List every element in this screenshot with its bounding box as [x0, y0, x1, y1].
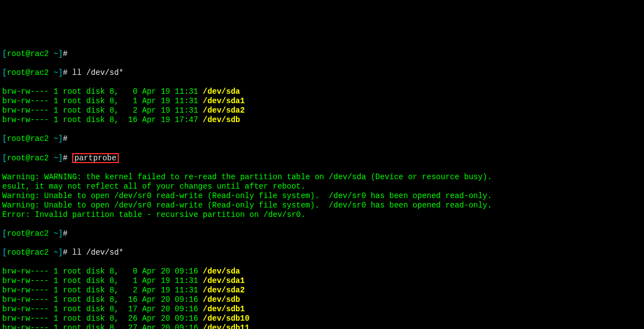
- prompt-close: ]: [58, 49, 63, 58]
- device-path: /dev/sda: [203, 267, 240, 276]
- prompt-hash: #: [63, 49, 72, 58]
- file-perms: brw-rw---- 1 root disk 8, 1 Apr 19 11:31: [2, 276, 203, 285]
- command-ll: ll /dev/sd*: [72, 68, 123, 77]
- device-path: /dev/sdb10: [203, 314, 249, 323]
- listing-row: brw-rw---- 1 root disk 8, 16 Apr 20 09:1…: [2, 295, 642, 305]
- device-path: /dev/sda1: [203, 276, 245, 285]
- command-ll: ll /dev/sd*: [72, 248, 123, 257]
- device-path: /dev/sda2: [203, 106, 245, 115]
- listing-row: brw-rw---- 1 root disk 8, 2 Apr 19 11:31…: [2, 286, 642, 295]
- prompt-line: [root@rac2 ~]#: [2, 134, 642, 144]
- warning-line: Warning: Unable to open /dev/sr0 read-wr…: [2, 201, 642, 210]
- listing-row: brw-rw---- 1 root disk 8, 1 Apr 19 11:31…: [2, 276, 642, 286]
- warning-line: esult, it may not reflect all of your ch…: [2, 182, 642, 191]
- device-path: /dev/sda1: [203, 97, 245, 105]
- terminal-output[interactable]: [root@rac2 ~]# [root@rac2 ~]# ll /dev/sd…: [2, 40, 642, 329]
- listing-row: brw-rw---- 1 root disk 8, 16 Apr 19 17:4…: [2, 115, 642, 125]
- device-path: /dev/sda2: [203, 286, 245, 295]
- warning-line: Error: Invalid partition table - recursi…: [2, 210, 642, 220]
- listing-row: brw-rw---- 1 root disk 8, 2 Apr 19 11:31…: [2, 106, 642, 115]
- prompt-line: [root@rac2 ~]# ll /dev/sd*: [2, 248, 642, 257]
- warning-line: Warning: WARNING: the kernel failed to r…: [2, 173, 642, 182]
- file-perms: brw-rw---- 1 root disk 8, 26 Apr 20 09:1…: [2, 314, 203, 323]
- file-perms: brw-rw---- 1 root disk 8, 2 Apr 19 11:31: [2, 286, 203, 295]
- prompt-line: [root@rac2 ~]#: [2, 229, 642, 239]
- file-perms: brw-rw---- 1 root disk 8, 2 Apr 19 11:31: [2, 106, 203, 115]
- device-path: /dev/sdb: [203, 115, 240, 124]
- warning-output: Warning: WARNING: the kernel failed to r…: [2, 173, 642, 220]
- listing-row: brw-rw---- 1 root disk 8, 0 Apr 19 11:31…: [2, 87, 642, 97]
- device-path: /dev/sdb: [203, 295, 240, 304]
- file-perms: brw-rw---- 1 root disk 8, 17 Apr 20 09:1…: [2, 305, 203, 313]
- device-listing-1: brw-rw---- 1 root disk 8, 0 Apr 19 11:31…: [2, 87, 642, 125]
- device-path: /dev/sdb1: [203, 305, 245, 313]
- device-path: /dev/sdb11: [203, 323, 249, 329]
- file-perms: brw-rw---- 1 root disk 8, 27 Apr 20 09:1…: [2, 323, 203, 329]
- prompt-user-host: root@rac2: [7, 49, 49, 58]
- file-perms: brw-rw---- 1 root disk 8, 0 Apr 19 11:31: [2, 87, 203, 96]
- file-perms: brw-rw---- 1 root disk 8, 1 Apr 19 11:31: [2, 97, 203, 105]
- warning-line: Warning: Unable to open /dev/sr0 read-wr…: [2, 191, 642, 201]
- listing-row: brw-rw---- 1 root disk 8, 1 Apr 19 11:31…: [2, 97, 642, 106]
- prompt-line: [root@rac2 ~]#: [2, 49, 642, 59]
- file-perms: brw-rw---- 1 root disk 8, 16 Apr 19 17:4…: [2, 115, 203, 124]
- listing-row: brw-rw---- 1 root disk 8, 17 Apr 20 09:1…: [2, 305, 642, 314]
- file-perms: brw-rw---- 1 root disk 8, 0 Apr 20 09:16: [2, 267, 203, 276]
- prompt-line: [root@rac2 ~]# ll /dev/sd*: [2, 68, 642, 78]
- listing-row: brw-rw---- 1 root disk 8, 0 Apr 20 09:16…: [2, 267, 642, 276]
- prompt-path: ~: [49, 49, 58, 58]
- device-listing-2: brw-rw---- 1 root disk 8, 0 Apr 20 09:16…: [2, 267, 642, 329]
- prompt-line-partprobe: [root@rac2 ~]# partprobe: [2, 153, 642, 163]
- command-partprobe-highlighted: partprobe: [72, 153, 119, 163]
- listing-row: brw-rw---- 1 root disk 8, 27 Apr 20 09:1…: [2, 323, 642, 329]
- device-path: /dev/sda: [203, 87, 240, 96]
- listing-row: brw-rw---- 1 root disk 8, 26 Apr 20 09:1…: [2, 314, 642, 323]
- file-perms: brw-rw---- 1 root disk 8, 16 Apr 20 09:1…: [2, 295, 203, 304]
